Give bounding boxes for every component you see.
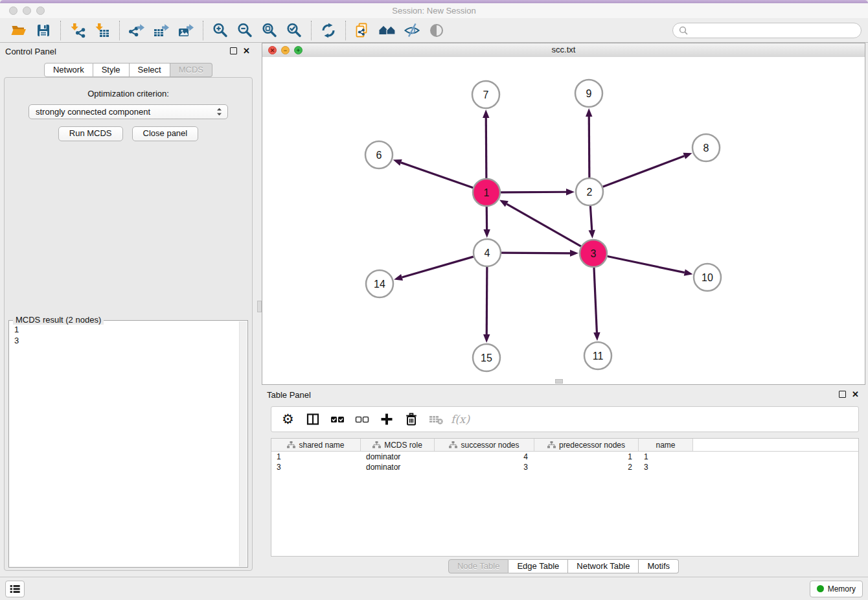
mcds-result-text[interactable]: 13 (14, 324, 237, 564)
toolbar-separator (345, 21, 346, 40)
control-panel-window-buttons: ✕ (230, 47, 250, 54)
graph-edge-2-3[interactable] (590, 206, 591, 230)
vertical-splitter[interactable] (257, 43, 262, 577)
column-header-predecessor-nodes[interactable]: predecessor nodes (534, 439, 639, 451)
export-network-button[interactable] (124, 20, 149, 41)
save-session-button[interactable] (31, 20, 56, 41)
zoom-selected-button[interactable] (282, 20, 306, 41)
network-graph[interactable]: 7968124314101511 (262, 57, 865, 384)
maximize-view-button[interactable]: + (294, 46, 303, 54)
show-panel-list-button[interactable] (5, 581, 25, 597)
table-cell[interactable]: dominator (361, 452, 435, 461)
table-body: 1dominator4113dominator323 (271, 452, 858, 472)
graph-edge-2-8[interactable] (603, 156, 685, 187)
create-column-button[interactable] (376, 409, 396, 430)
delete-column-button[interactable] (401, 409, 421, 430)
table-cell[interactable]: 1 (534, 452, 639, 461)
close-panel-icon[interactable]: ✕ (852, 391, 859, 398)
memory-button[interactable]: Memory (810, 581, 863, 597)
export-image-button[interactable] (174, 20, 198, 41)
optimization-criterion-select[interactable]: strongly connected component (29, 104, 228, 119)
zoom-fit-button[interactable] (257, 20, 282, 41)
zoom-in-button[interactable] (208, 20, 233, 41)
tab-motifs[interactable]: Motifs (639, 559, 679, 573)
graph-edge-4-14[interactable] (402, 257, 474, 277)
open-session-button[interactable] (6, 20, 31, 41)
tab-style[interactable]: Style (93, 63, 130, 77)
new-network-from-selection-button[interactable] (350, 20, 375, 41)
close-panel-button[interactable]: Close panel (132, 126, 199, 141)
result-scrollbar-track[interactable] (239, 321, 247, 566)
table-cell[interactable]: 1 (271, 452, 361, 461)
tab-network-table[interactable]: Network Table (568, 559, 639, 573)
apply-layout-button[interactable] (316, 20, 341, 41)
deselect-checkboxes-icon (354, 412, 370, 426)
mcds-result-line: 3 (14, 335, 237, 346)
column-header-mcds-role[interactable]: MCDS role (361, 439, 435, 451)
graph-edge-1-7[interactable] (486, 118, 486, 178)
main-toolbar (0, 18, 868, 43)
mcds-result-line: 1 (14, 324, 237, 335)
graph-edge-4-15[interactable] (486, 267, 487, 334)
import-table-button[interactable] (90, 20, 115, 41)
import-network-icon (69, 22, 86, 39)
column-header-shared-name[interactable]: shared name (271, 439, 361, 451)
column-label: MCDS role (384, 441, 422, 450)
splitter-grip[interactable] (257, 301, 262, 312)
graph-edge-arrowhead (589, 230, 595, 238)
show-all-button[interactable] (424, 20, 449, 41)
tab-mcds[interactable]: MCDS (170, 63, 212, 77)
horizontal-splitter-grip[interactable] (555, 379, 563, 384)
network-window-titlebar[interactable]: ✕ − + scc.txt (262, 43, 865, 58)
close-panel-icon[interactable]: ✕ (243, 47, 250, 54)
hide-selected-button[interactable] (400, 20, 424, 41)
graph-edge-1-6[interactable] (401, 163, 473, 188)
graph-edge-3-1[interactable] (507, 204, 581, 246)
graph-edge-3-11[interactable] (594, 268, 597, 332)
graph-edge-2-9[interactable] (589, 117, 589, 178)
table-row[interactable]: 1dominator411 (271, 452, 858, 462)
toolbar-separator (60, 21, 61, 40)
table-header-row: shared name MCDS role successor nodes pr… (271, 439, 858, 452)
float-panel-icon[interactable] (230, 47, 237, 54)
table-cell[interactable]: 1 (639, 452, 693, 461)
table-cell[interactable]: 3 (639, 463, 693, 472)
select-all-columns-button[interactable] (327, 409, 347, 430)
table-cell[interactable]: 3 (435, 463, 534, 472)
graph-edge-arrowhead (586, 108, 592, 117)
run-mcds-button[interactable]: Run MCDS (58, 126, 123, 141)
deselect-all-columns-button[interactable] (352, 409, 372, 430)
network-canvas[interactable]: 7968124314101511 (262, 57, 865, 384)
table-cell[interactable]: dominator (361, 463, 435, 472)
graph-edge-arrowhead (593, 332, 600, 341)
float-panel-icon[interactable] (839, 391, 846, 398)
column-header-successor-nodes[interactable]: successor nodes (435, 439, 534, 451)
graph-edge-1-2[interactable] (501, 192, 566, 192)
minimize-view-button[interactable]: − (281, 46, 290, 54)
close-view-button[interactable]: ✕ (268, 46, 277, 54)
graph-edge-4-3[interactable] (501, 253, 570, 253)
search-input[interactable] (692, 25, 855, 36)
table-cell[interactable]: 2 (534, 463, 639, 472)
column-header-name[interactable]: name (639, 439, 693, 451)
tab-select[interactable]: Select (130, 63, 170, 77)
graph-edge-arrowhead (683, 153, 692, 159)
first-neighbors-button[interactable] (375, 20, 400, 41)
graph-edge-3-10[interactable] (608, 257, 685, 273)
table-settings-button[interactable]: ⚙ (278, 409, 298, 430)
graph-node-label-2: 2 (587, 187, 593, 198)
tab-edge-table[interactable]: Edge Table (508, 559, 568, 573)
toolbar-separator (311, 21, 312, 40)
table-row[interactable]: 3dominator323 (271, 462, 858, 472)
graph-edge-arrowhead (394, 274, 403, 281)
toggle-column-panel-button[interactable] (303, 409, 323, 430)
table-cell[interactable]: 3 (271, 463, 361, 472)
tab-node-table[interactable]: Node Table (448, 559, 509, 573)
graph-node-label-10: 10 (702, 272, 713, 283)
table-cell[interactable]: 4 (435, 452, 534, 461)
tab-network[interactable]: Network (44, 63, 93, 77)
workspace: Control Panel ✕ Network Style Select MCD… (0, 43, 868, 577)
export-table-button[interactable] (149, 20, 174, 41)
import-network-button[interactable] (65, 20, 90, 41)
zoom-out-button[interactable] (233, 20, 257, 41)
